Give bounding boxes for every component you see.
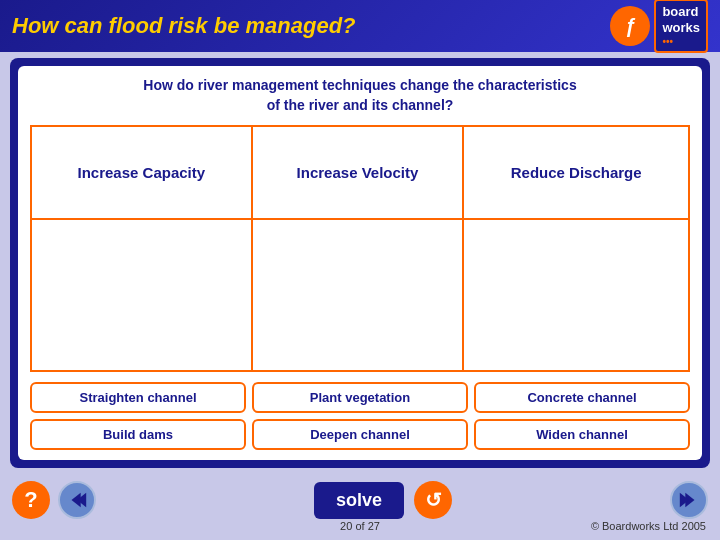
col-header-1: Increase Capacity — [31, 126, 252, 219]
question-line1: How do river management techniques chang… — [30, 76, 690, 96]
table-content-row[interactable] — [31, 219, 689, 371]
cell-1-1[interactable] — [31, 219, 252, 371]
main-content: How do river management techniques chang… — [10, 58, 710, 468]
header: How can flood risk be managed? ƒ board w… — [0, 0, 720, 52]
btn-widen-channel[interactable]: Widen channel — [474, 419, 690, 450]
logo-area: ƒ board works ••• — [610, 0, 708, 53]
nav-forward-button[interactable] — [670, 481, 708, 519]
inner-box: How do river management techniques chang… — [18, 66, 702, 460]
answer-col-1: Straighten channel Build dams — [30, 382, 246, 450]
btn-deepen-channel[interactable]: Deepen channel — [252, 419, 468, 450]
btn-plant-vegetation[interactable]: Plant vegetation — [252, 382, 468, 413]
btn-concrete-channel[interactable]: Concrete channel — [474, 382, 690, 413]
btn-straighten-channel[interactable]: Straighten channel — [30, 382, 246, 413]
answer-buttons-area: Straighten channel Build dams Plant vege… — [30, 382, 690, 450]
page-info: 20 of 27 — [340, 520, 380, 532]
answer-col-3: Concrete channel Widen channel — [474, 382, 690, 450]
col-header-2: Increase Velocity — [252, 126, 464, 219]
refresh-button[interactable]: ↺ — [414, 481, 452, 519]
nav-back-button[interactable] — [58, 481, 96, 519]
solve-button[interactable]: solve — [314, 482, 404, 519]
copyright: © Boardworks Ltd 2005 — [591, 520, 706, 532]
bottom-left: ? — [12, 481, 96, 519]
logo-dots: ••• — [662, 36, 700, 48]
logo-line1: board — [662, 4, 700, 20]
logo-board: board works ••• — [654, 0, 708, 53]
bottom-center: solve ↺ — [314, 481, 452, 519]
main-question: How do river management techniques chang… — [30, 76, 690, 115]
bottom-right — [670, 481, 708, 519]
col-header-3: Reduce Discharge — [463, 126, 689, 219]
cell-1-2[interactable] — [252, 219, 464, 371]
cell-1-3[interactable] — [463, 219, 689, 371]
question-line2: of the river and its channel? — [30, 96, 690, 116]
logo-line2: works — [662, 20, 700, 36]
answer-col-2: Plant vegetation Deepen channel — [252, 382, 468, 450]
grid-table: Increase Capacity Increase Velocity Redu… — [30, 125, 690, 372]
help-button[interactable]: ? — [12, 481, 50, 519]
table-header-row: Increase Capacity Increase Velocity Redu… — [31, 126, 689, 219]
logo-symbol: ƒ — [610, 6, 650, 46]
btn-build-dams[interactable]: Build dams — [30, 419, 246, 450]
page-title: How can flood risk be managed? — [12, 13, 356, 39]
bottom-bar: ? solve ↺ — [0, 474, 720, 526]
